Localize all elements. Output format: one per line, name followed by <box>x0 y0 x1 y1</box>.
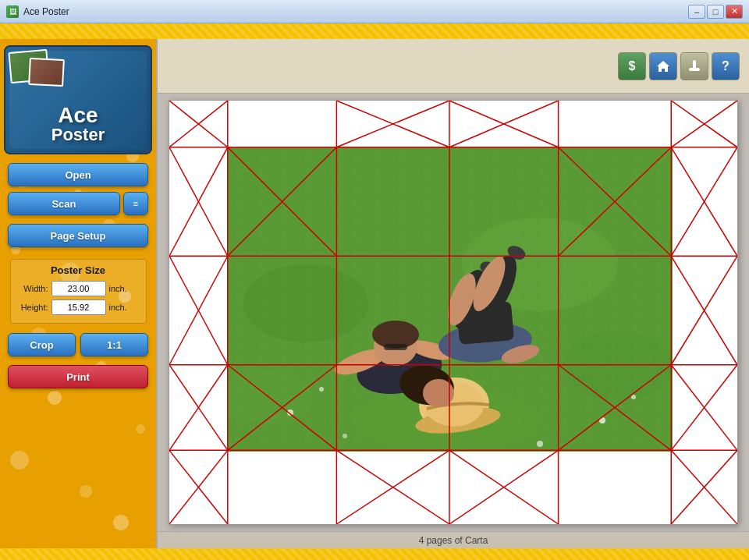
width-row: Width: inch. <box>17 281 140 296</box>
svg-line-69 <box>169 101 228 147</box>
print-button[interactable]: Print <box>8 365 148 388</box>
sidebar: Ace Poster Open Scan ≡ Page Setup Poster… <box>0 39 156 548</box>
title-bar: 🖼 Ace Poster – □ ✕ <box>0 0 749 23</box>
close-button[interactable]: ✕ <box>726 5 743 19</box>
title-bar-left: 🖼 Ace Poster <box>6 5 69 18</box>
width-label: Width: <box>17 284 48 293</box>
svg-line-82 <box>336 450 449 524</box>
tools-button[interactable] <box>680 52 708 80</box>
svg-point-19 <box>537 441 543 447</box>
svg-line-72 <box>671 101 737 147</box>
open-button[interactable]: Open <box>8 163 148 186</box>
svg-line-76 <box>671 450 737 524</box>
svg-point-18 <box>343 434 347 438</box>
poster-size-box: Poster Size Width: inch. Height: inch. <box>10 259 147 324</box>
home-button[interactable] <box>649 52 677 80</box>
scan-button[interactable]: Scan <box>8 192 120 215</box>
svg-line-80 <box>449 101 559 147</box>
svg-line-61 <box>169 365 228 451</box>
svg-line-74 <box>169 450 228 524</box>
home-icon <box>655 58 671 74</box>
svg-point-16 <box>599 417 605 424</box>
svg-line-67 <box>671 365 737 451</box>
width-input[interactable] <box>51 281 106 296</box>
scan-row: Scan ≡ <box>8 192 148 215</box>
main-content: $ ? <box>156 39 749 548</box>
canvas-area <box>158 94 749 531</box>
svg-line-62 <box>169 365 228 451</box>
svg-line-73 <box>169 450 228 524</box>
svg-line-83 <box>449 450 559 524</box>
svg-line-59 <box>169 256 228 364</box>
minimize-button[interactable]: – <box>688 5 705 19</box>
page-setup-button[interactable]: Page Setup <box>8 224 148 247</box>
menu-button[interactable]: ≡ <box>123 192 148 215</box>
height-input[interactable] <box>51 299 106 315</box>
svg-point-27 <box>423 379 454 407</box>
svg-line-71 <box>671 101 737 147</box>
toolbar-area: $ ? <box>158 39 749 94</box>
poster-svg <box>228 147 673 452</box>
app-container: Ace Poster Open Scan ≡ Page Setup Poster… <box>0 23 749 560</box>
svg-line-75 <box>671 450 737 524</box>
ratio-button[interactable]: 1:1 <box>80 333 148 356</box>
height-unit: inch. <box>109 303 131 312</box>
logo-ace-text: Ace <box>5 105 151 126</box>
toolbar-icons: $ ? <box>618 52 740 80</box>
svg-line-63 <box>671 147 737 256</box>
height-row: Height: inch. <box>17 299 140 315</box>
svg-line-68 <box>671 365 737 451</box>
svg-point-12 <box>563 331 673 401</box>
svg-line-57 <box>169 147 228 256</box>
svg-line-58 <box>169 147 228 256</box>
svg-line-78 <box>336 101 449 147</box>
svg-marker-0 <box>657 61 669 72</box>
svg-line-77 <box>336 101 449 147</box>
tools-icon <box>687 58 702 74</box>
svg-line-70 <box>169 101 228 147</box>
bottom-decorative-bar <box>0 548 749 560</box>
width-unit: inch. <box>109 284 131 293</box>
svg-line-66 <box>671 256 737 364</box>
logo-area: Ace Poster <box>4 45 152 154</box>
action-row: Crop 1:1 <box>8 333 148 356</box>
svg-line-60 <box>169 256 228 364</box>
help-button[interactable]: ? <box>712 52 740 80</box>
window-controls: – □ ✕ <box>688 5 743 19</box>
maximize-button[interactable]: □ <box>707 5 724 19</box>
svg-point-17 <box>631 395 636 399</box>
status-bar: 4 pages of Carta <box>158 531 749 548</box>
paper-canvas <box>169 100 738 525</box>
svg-point-15 <box>319 387 324 392</box>
content-area: Ace Poster Open Scan ≡ Page Setup Poster… <box>0 39 749 548</box>
height-label: Height: <box>17 303 48 312</box>
svg-line-81 <box>336 450 449 524</box>
svg-rect-2 <box>689 68 700 71</box>
status-text: 4 pages of Carta <box>419 535 488 546</box>
top-decorative-bar <box>0 23 749 39</box>
poster-image <box>228 147 673 452</box>
logo-poster-text: Poster <box>5 126 151 144</box>
svg-rect-39 <box>384 344 407 350</box>
poster-size-title: Poster Size <box>17 264 140 276</box>
svg-point-9 <box>243 264 368 342</box>
logo-text: Ace Poster <box>5 105 151 144</box>
svg-line-65 <box>671 256 737 364</box>
app-title: Ace Poster <box>23 6 69 17</box>
svg-line-79 <box>449 101 559 147</box>
svg-point-14 <box>287 409 293 416</box>
crop-button[interactable]: Crop <box>8 333 76 356</box>
app-icon: 🖼 <box>6 5 19 18</box>
svg-line-84 <box>449 450 559 524</box>
dollar-button[interactable]: $ <box>618 52 646 80</box>
logo-photo-2 <box>28 58 65 87</box>
svg-line-64 <box>671 147 737 256</box>
